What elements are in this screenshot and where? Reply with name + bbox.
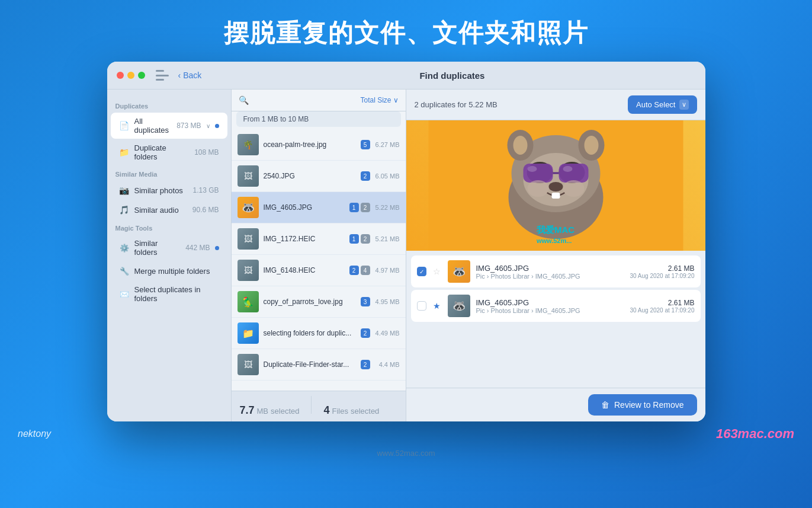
sidebar-item-merge-folders[interactable]: 🔧 Merge multiple folders: [111, 261, 227, 280]
file-thumbnail: 🖼: [237, 354, 259, 375]
list-item[interactable]: 🖼 Duplicate-File-Finder-star... 2 4.4 MB: [232, 349, 406, 381]
svg-point-6: [584, 136, 598, 155]
list-item[interactable]: 🖼 2540.JPG 2 6.05 MB: [232, 161, 406, 192]
main-content: Duplicates 📄 All duplicates 873 MB ∨ 📁 D…: [107, 90, 705, 421]
dot-yellow[interactable]: [127, 72, 134, 79]
select-duplicates-icon: ✉️: [119, 289, 130, 299]
svg-point-17: [527, 180, 548, 197]
bottom-watermark: www.52mac.com: [0, 446, 812, 459]
sidebar-item-similar-audio[interactable]: 🎵 Similar audio 90.6 MB: [111, 200, 227, 219]
sidebar-item-select-duplicates[interactable]: ✉️ Select duplicates in folders: [111, 281, 227, 307]
file-badges: 2: [361, 171, 370, 181]
badge-count-1: 1: [349, 234, 359, 244]
dup-checkbox-2[interactable]: [417, 301, 426, 311]
file-thumbnail: 🦝: [237, 197, 259, 218]
list-item[interactable]: 🌴 ocean-palm-tree.jpg 5 6.27 MB: [232, 129, 406, 161]
traffic-lights: [117, 72, 145, 79]
auto-select-label: Auto Select: [636, 100, 676, 109]
sidebar-section-duplicates: Duplicates: [107, 98, 231, 112]
select-duplicates-label: Select duplicates in folders: [134, 285, 219, 303]
size-filter: From 1 MB to 10 MB: [236, 111, 401, 127]
sidebar-item-duplicate-folders[interactable]: 📁 Duplicate folders 108 MB: [111, 139, 227, 165]
file-size: 5.21 MB: [375, 235, 400, 242]
file-items: 🌴 ocean-palm-tree.jpg 5 6.27 MB 🖼 2540.J…: [232, 129, 406, 391]
file-badges: 3: [361, 297, 370, 306]
dup-path-2: Pic › Photos Librar › IMG_4605.JPG: [476, 307, 624, 314]
sidebar-item-all-duplicates[interactable]: 📄 All duplicates 873 MB ∨: [111, 113, 227, 139]
list-item[interactable]: 🖼 IMG_1172.HEIC 1 2 5.21 MB: [232, 223, 406, 255]
dup-filesize-1: 2.61 MB: [630, 264, 695, 273]
dot-green[interactable]: [138, 72, 145, 79]
badge-count-2: 4: [361, 266, 370, 275]
sort-label: Total Size: [360, 96, 391, 104]
mb-selected-sub: selected: [271, 407, 299, 416]
file-name: Duplicate-File-Finder-star...: [264, 360, 356, 369]
sort-button[interactable]: Total Size ∨: [360, 96, 398, 104]
dup-star-2[interactable]: ★: [432, 301, 442, 311]
similar-audio-size: 90.6 MB: [192, 206, 219, 214]
preview-panel: 2 duplicates for 5.22 MB Auto Select ∨: [406, 90, 705, 421]
list-item[interactable]: 📁 selecting folders for duplic... 2 4.49…: [232, 318, 406, 349]
file-thumbnail: 📁: [237, 322, 259, 344]
badge-count: 2: [361, 328, 370, 338]
file-size: 6.27 MB: [375, 141, 400, 148]
file-name: selecting folders for duplic...: [264, 329, 356, 337]
auto-select-button[interactable]: Auto Select ∨: [628, 95, 697, 114]
dup-checkbox-1[interactable]: [417, 267, 426, 276]
back-button[interactable]: ‹ Back: [178, 71, 202, 80]
duplicate-folders-size: 108 MB: [194, 148, 219, 156]
sidebar-section-similar-media: Similar Media: [107, 166, 231, 180]
title-bar: ‹ Back Find duplicates: [107, 62, 705, 90]
similar-folders-icon: ⚙️: [119, 242, 130, 253]
file-name: IMG_4605.JPG: [264, 203, 345, 212]
all-duplicates-size: 873 MB: [176, 122, 201, 130]
remove-btn-label: Review to Remove: [614, 400, 684, 410]
file-thumbnail: 🖼: [237, 260, 259, 281]
dup-date-1: 30 Aug 2020 at 17:09:20: [630, 273, 695, 279]
duplicates-count: 2 duplicates for 5.22 MB: [415, 100, 498, 109]
dup-info-2: IMG_4605.JPG Pic › Photos Librar › IMG_4…: [476, 298, 624, 314]
dup-entry: ☆ 🦝 IMG_4605.JPG Pic › Photos Librar › I…: [411, 255, 701, 287]
back-chevron-icon: ‹: [178, 71, 181, 80]
window-title: Find duplicates: [208, 71, 695, 81]
file-name: IMG_1172.HEIC: [264, 235, 345, 243]
all-duplicates-dot: [215, 124, 219, 128]
svg-rect-10: [523, 164, 553, 183]
file-badges: 1 2: [349, 203, 370, 212]
sidebar-toggle-icon[interactable]: [156, 70, 169, 81]
similar-folders-dot: [215, 246, 219, 250]
nektony-logo: nektony: [18, 429, 51, 439]
badge-count: 5: [361, 140, 370, 149]
mb-label: MB: [257, 407, 269, 416]
list-item[interactable]: 🦝 IMG_4605.JPG 1 2 5.22 MB: [232, 192, 406, 223]
merge-folders-icon: 🔧: [119, 266, 130, 276]
file-badges: 5: [361, 140, 370, 149]
dup-right-2: 2.61 MB 30 Aug 2020 at 17:09:20: [630, 299, 695, 314]
file-name: IMG_6148.HEIC: [264, 266, 345, 274]
similar-photos-icon: 📷: [119, 185, 130, 196]
dot-red[interactable]: [117, 72, 124, 79]
watermark-163mac: 163mac.com: [716, 426, 794, 442]
header-title: 摆脱重复的文件、文件夹和照片: [0, 0, 812, 62]
sidebar-item-similar-folders[interactable]: ⚙️ Similar folders 442 MB: [111, 235, 227, 261]
list-item[interactable]: 🖼 IMG_6148.HEIC 2 4 4.97 MB: [232, 255, 406, 286]
badge-count: 2: [361, 171, 370, 181]
file-badges: 2: [361, 360, 370, 369]
all-duplicates-icon: 📄: [119, 120, 130, 131]
footer: nektony 163mac.com: [0, 421, 812, 446]
auto-select-chevron-icon: ∨: [679, 100, 689, 110]
dup-star-1[interactable]: ☆: [432, 267, 442, 276]
badge-count: 2: [361, 360, 370, 369]
file-size: 4.95 MB: [375, 298, 400, 305]
svg-point-13: [527, 166, 537, 172]
search-bar: 🔍 Total Size ∨: [232, 90, 406, 111]
badge-count: 3: [361, 297, 370, 306]
duplicate-folders-label: Duplicate folders: [134, 143, 190, 161]
preview-bottom: 🗑 Review to Remove: [406, 388, 705, 421]
sidebar-item-similar-photos[interactable]: 📷 Similar photos 1.13 GB: [111, 181, 227, 200]
file-size: 6.05 MB: [375, 172, 400, 180]
list-item[interactable]: 🦜 copy_of_parrots_love.jpg 3 4.95 MB: [232, 286, 406, 318]
review-to-remove-button[interactable]: 🗑 Review to Remove: [588, 394, 697, 416]
file-badges: 2 4: [349, 266, 370, 275]
mb-selected-num: 7.7: [240, 404, 255, 417]
